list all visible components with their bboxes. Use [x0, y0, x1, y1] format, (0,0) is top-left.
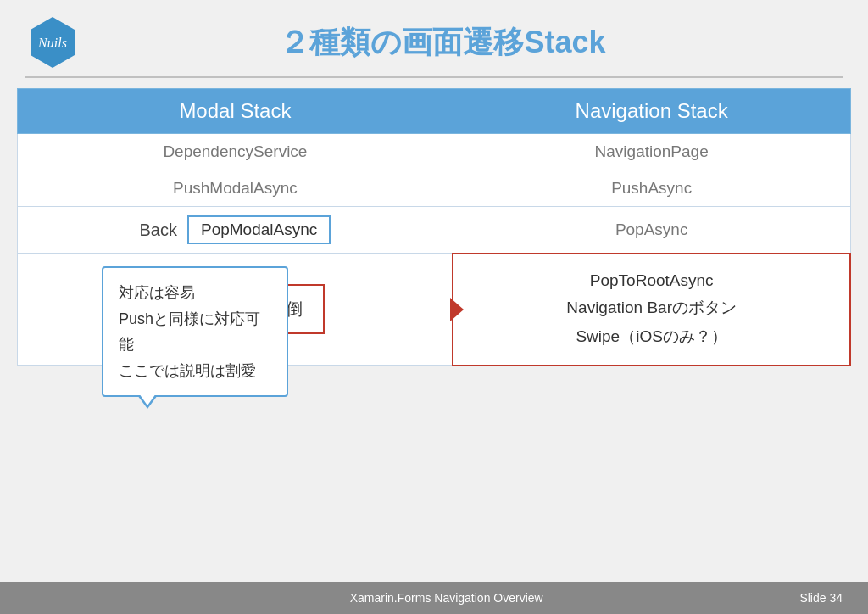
logo: Nuils [25, 15, 80, 70]
header: Nuils ２種類の画面遷移Stack [0, 0, 868, 76]
pop-item-1: PopToRootAsync [474, 271, 829, 290]
footer-slide: Slide 34 [799, 591, 843, 605]
footer-title: Xamarin.Forms Navigation Overview [93, 591, 799, 605]
back-row: Back PopModalAsync PopAsync [18, 207, 851, 254]
table-row: DependencyService NavigationPage [18, 134, 851, 170]
pop-right-items: PopToRootAsync Navigation Barのボタン Swipe（… [474, 265, 829, 354]
popasync-cell: PopAsync [453, 207, 850, 254]
main-content: Modal Stack Navigation Stack DependencyS… [0, 78, 868, 582]
footer: Xamarin.Forms Navigation Overview Slide … [0, 582, 868, 614]
tooltip-line1: 対応は容易 [119, 280, 271, 306]
cell-pushasync: PushAsync [453, 170, 850, 207]
tooltip-line3: ここでは説明は割愛 [119, 358, 271, 384]
right-arrow-icon [450, 298, 464, 321]
table-wrapper: Modal Stack Navigation Stack DependencyS… [17, 88, 851, 582]
pop-item-3: Swipe（iOSのみ？） [474, 326, 829, 348]
popasync-label: PopAsync [615, 220, 688, 238]
col-header-navigation: Navigation Stack [453, 89, 850, 134]
table-row: PushModalAsync PushAsync [18, 170, 851, 207]
pop-modal-box: PopModalAsync [187, 215, 331, 244]
pop-item-2: Navigation Barのボタン [474, 297, 829, 319]
back-label: Back [140, 220, 177, 240]
pop-right-cell: PopToRootAsync Navigation Barのボタン Swipe（… [453, 254, 850, 366]
col-header-modal: Modal Stack [18, 89, 453, 134]
slide-container: Nuils ２種類の画面遷移Stack Modal Stack Navigati… [0, 0, 868, 614]
cell-pushmodal: PushModalAsync [18, 170, 453, 207]
back-cell: Back PopModalAsync [18, 207, 453, 254]
slide-title: ２種類の画面遷移Stack [97, 22, 843, 64]
cell-dependency: DependencyService [18, 134, 453, 170]
tooltip-bubble: 対応は容易 Pushと同様に対応可能 ここでは説明は割愛 [102, 266, 288, 397]
cell-navpage: NavigationPage [453, 134, 850, 170]
tooltip-line2: Pushと同様に対応可能 [119, 306, 271, 358]
svg-text:Nuils: Nuils [37, 36, 67, 50]
